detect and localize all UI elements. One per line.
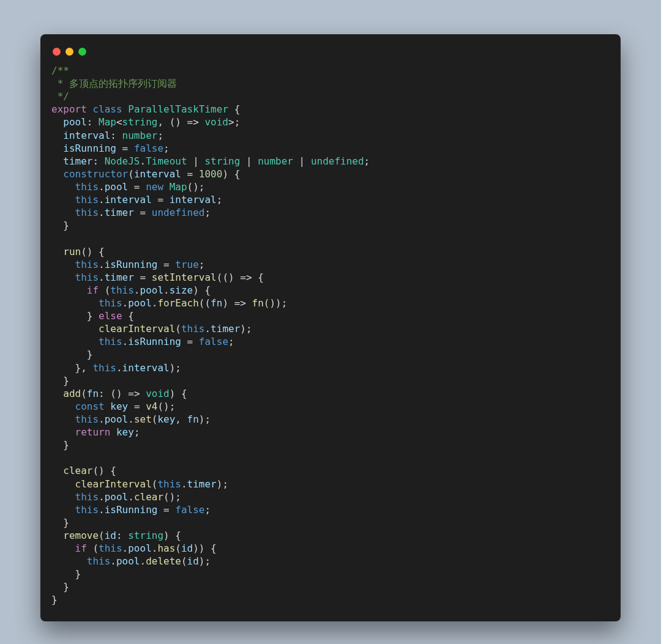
code-token: fn: [87, 388, 99, 399]
code-token: [110, 426, 116, 438]
code-token: void: [204, 116, 228, 128]
code-token: this: [87, 555, 111, 567]
code-token: string: [204, 155, 240, 167]
code-token: .: [128, 413, 134, 425]
code-token: this: [110, 284, 134, 296]
code-token: pool: [128, 297, 152, 309]
code-token: }: [51, 594, 58, 605]
code-token: interval: [105, 194, 152, 205]
code-token: [51, 297, 99, 309]
minimize-icon[interactable]: [65, 48, 73, 56]
code-token: [51, 155, 63, 167]
code-token: ;: [199, 259, 205, 270]
maximize-icon[interactable]: [78, 48, 86, 56]
code-token: ) {: [170, 388, 187, 399]
code-token: ;: [217, 194, 223, 205]
code-token: .: [134, 284, 140, 296]
code-token: 1000: [199, 168, 223, 180]
code-token: clear: [134, 491, 163, 503]
code-token: [51, 284, 87, 296]
code-token: id: [105, 530, 116, 541]
code-token: }: [51, 439, 69, 451]
code-token: .: [140, 555, 146, 567]
code-token: clearInterval: [75, 478, 152, 490]
code-token: Map: [170, 181, 187, 193]
code-token: }: [51, 220, 69, 231]
code-block: /** * 多顶点的拓扑序列订阅器 */ export class Parall…: [51, 64, 610, 607]
code-token: constructor: [63, 168, 128, 180]
code-token: ) {: [163, 530, 181, 541]
code-token: [51, 542, 75, 554]
code-token: }: [51, 349, 92, 360]
code-token: false: [199, 336, 228, 347]
code-token: timer: [211, 323, 240, 335]
code-token: key: [116, 426, 134, 438]
code-token: v4: [146, 401, 157, 412]
code-token: (: [128, 168, 134, 180]
code-token: isRunning: [105, 259, 158, 270]
code-token: (: [181, 555, 187, 567]
code-token: =: [181, 336, 199, 347]
code-token: interval: [170, 194, 217, 205]
code-token: [51, 116, 63, 128]
code-token: Timeout: [146, 155, 187, 167]
code-token: .: [116, 362, 122, 374]
code-token: [51, 555, 87, 567]
code-token: this: [75, 181, 99, 193]
code-token: (: [152, 478, 158, 490]
code-token: );: [217, 478, 228, 490]
code-token: false: [134, 142, 163, 154]
code-token: this: [99, 297, 122, 309]
code-token: clearInterval: [99, 323, 175, 335]
code-token: ) {: [222, 168, 240, 180]
code-token: ());: [264, 297, 288, 309]
code-token: (: [175, 542, 181, 554]
code-token: forEach: [157, 297, 198, 309]
code-token: true: [175, 259, 199, 270]
code-token: [51, 426, 75, 438]
code-token: ;: [228, 336, 234, 347]
code-token: else: [99, 310, 122, 322]
window-titlebar: [51, 45, 610, 64]
code-token: =: [134, 207, 152, 218]
code-token: ;: [163, 142, 170, 154]
code-token: :: [87, 116, 99, 128]
code-token: const: [75, 401, 105, 412]
code-token: (: [99, 284, 110, 296]
code-token: this: [75, 272, 99, 283]
code-token: [51, 272, 75, 283]
code-token: new: [146, 181, 163, 193]
code-token: /**: [51, 65, 69, 76]
code-token: pool: [128, 542, 152, 554]
code-token: |: [293, 155, 311, 167]
code-token: this: [99, 542, 122, 554]
code-token: [51, 388, 63, 399]
code-token: size: [170, 284, 193, 296]
code-token: [51, 130, 63, 141]
code-token: * 多顶点的拓扑序列订阅器: [51, 78, 177, 89]
code-token: () {: [81, 246, 105, 257]
code-token: pool: [105, 413, 129, 425]
code-token: }: [51, 581, 69, 593]
code-token: set: [134, 413, 152, 425]
code-token: isRunning: [63, 142, 116, 154]
code-token: key: [157, 413, 175, 425]
code-token: );: [199, 413, 211, 425]
code-token: .: [122, 297, 129, 309]
code-token: ;: [364, 155, 370, 167]
code-token: number: [258, 155, 293, 167]
code-token: remove: [63, 530, 99, 541]
code-token: |: [187, 155, 205, 167]
code-token: }: [51, 568, 81, 580]
code-token: =: [152, 194, 170, 205]
code-token: return: [75, 426, 111, 438]
code-token: id: [181, 542, 193, 554]
code-token: (() => {: [217, 272, 264, 283]
code-token: <: [116, 116, 122, 128]
code-token: );: [199, 555, 211, 567]
code-token: ();: [187, 181, 205, 193]
close-icon[interactable]: [53, 48, 61, 56]
code-token: run: [63, 246, 81, 257]
code-token: .: [99, 194, 105, 205]
code-token: .: [99, 272, 105, 283]
